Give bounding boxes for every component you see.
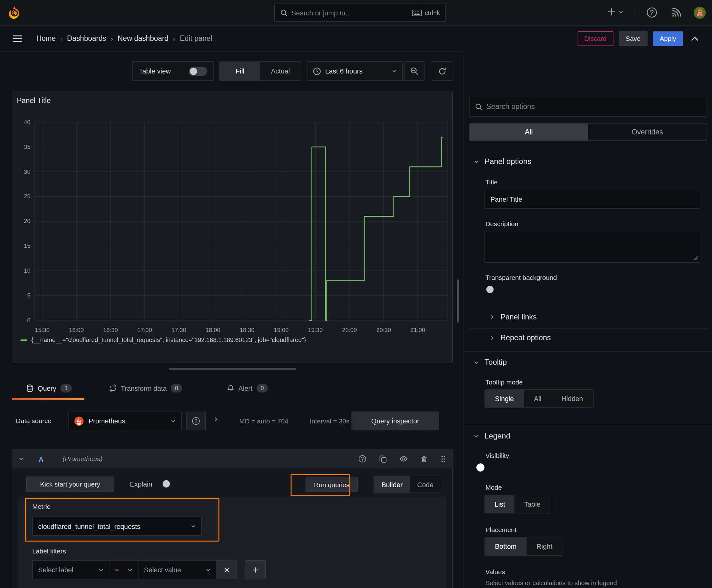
tab-query-label: Query: [38, 384, 56, 392]
vertical-scrollbar[interactable]: [457, 279, 459, 322]
tooltip-hidden-option[interactable]: Hidden: [552, 390, 593, 407]
datasource-select[interactable]: Prometheus: [68, 412, 182, 430]
panel-title[interactable]: Panel Title: [17, 97, 51, 105]
tab-alert[interactable]: Alert 0: [227, 377, 268, 400]
horizontal-scrollbar[interactable]: [169, 368, 296, 370]
metric-value: cloudflared_tunnel_total_requests: [38, 522, 140, 530]
zoom-out-button[interactable]: [404, 61, 425, 81]
tooltip-all-option[interactable]: All: [524, 390, 552, 407]
actual-option[interactable]: Actual: [260, 62, 301, 80]
placement-label: Placement: [486, 526, 516, 533]
breadcrumb-home[interactable]: Home: [37, 35, 56, 43]
placement-bottom-option[interactable]: Bottom: [485, 538, 526, 555]
hamburger-menu-icon[interactable]: [13, 35, 22, 42]
label-filter-operator-select[interactable]: =: [110, 560, 139, 579]
search-placeholder: Search or jump to...: [292, 9, 408, 17]
datasource-label: Data source: [16, 417, 51, 424]
time-range-picker[interactable]: Last 6 hours: [307, 61, 403, 81]
breadcrumb-bar: Home › Dashboards › New dashboard › Edit…: [0, 26, 712, 51]
chevron-right-icon: [490, 335, 495, 340]
grafana-logo-icon[interactable]: [7, 5, 22, 20]
table-view-toggle[interactable]: [189, 67, 207, 76]
legend-series-swatch[interactable]: [20, 339, 27, 341]
svg-text:20: 20: [24, 218, 30, 224]
panel-title-input[interactable]: [484, 190, 700, 209]
repeat-options-header[interactable]: Repeat options: [490, 334, 551, 342]
bell-icon: [227, 384, 234, 392]
datasource-help-button[interactable]: [186, 412, 206, 430]
global-search-input[interactable]: Search or jump to... ctrl+k: [274, 4, 446, 22]
topnav-divider: [634, 7, 634, 19]
panel-links-header[interactable]: Panel links: [490, 313, 537, 321]
svg-text:17:30: 17:30: [171, 327, 186, 333]
add-filter-button[interactable]: [245, 560, 266, 579]
legend-header[interactable]: Legend: [474, 432, 511, 441]
resize-handle-icon[interactable]: [693, 256, 698, 260]
transparent-background-label: Transparent background: [486, 274, 557, 281]
chevron-down-icon[interactable]: [19, 456, 24, 461]
clock-icon: [313, 67, 321, 75]
tab-overrides[interactable]: Overrides: [588, 123, 707, 141]
label-filter-label-select[interactable]: Select label: [33, 560, 110, 579]
breadcrumb-dashboards[interactable]: Dashboards: [67, 35, 106, 43]
query-row-header[interactable]: A (Prometheus): [12, 449, 452, 469]
breadcrumb-edit-panel: Edit panel: [180, 35, 212, 43]
metric-select[interactable]: cloudflared_tunnel_total_requests: [33, 517, 202, 536]
svg-text:20:00: 20:00: [342, 327, 357, 333]
search-options-input[interactable]: Search options: [469, 97, 707, 117]
query-help-icon[interactable]: [358, 455, 366, 463]
builder-option[interactable]: Builder: [374, 476, 410, 492]
drag-handle-icon[interactable]: [440, 455, 446, 463]
delete-query-trash-icon[interactable]: [420, 455, 428, 463]
panel-options-pane: Search options All Overrides Panel optio…: [463, 51, 712, 588]
select-value-placeholder: Select value: [144, 566, 181, 574]
discard-button[interactable]: Discard: [577, 31, 613, 46]
tab-query[interactable]: Query 1: [26, 377, 71, 400]
select-label-placeholder: Select label: [38, 566, 73, 574]
save-button[interactable]: Save: [619, 31, 647, 46]
remove-filter-button[interactable]: [217, 560, 237, 579]
query-inspector-button[interactable]: Query inspector: [352, 412, 439, 430]
tooltip-single-option[interactable]: Single: [485, 390, 524, 407]
svg-text:19:00: 19:00: [274, 327, 288, 333]
legend-placement-segmented: Bottom Right: [484, 537, 563, 555]
breadcrumb-separator: ›: [60, 35, 63, 43]
expand-stats-icon[interactable]: [214, 417, 219, 422]
chevron-down-icon: [99, 567, 104, 572]
refresh-button[interactable]: [432, 61, 452, 81]
apply-button[interactable]: Apply: [653, 31, 683, 46]
tooltip-header[interactable]: Tooltip: [474, 358, 507, 367]
panel-preview-card: Panel Title 051015202530354015:3016:0016…: [12, 91, 453, 362]
breadcrumb-new-dashboard[interactable]: New dashboard: [118, 35, 169, 43]
search-icon: [280, 9, 288, 17]
svg-text:15: 15: [24, 243, 30, 249]
chevron-down-icon: [474, 434, 479, 439]
chart-svg[interactable]: 051015202530354015:3016:0016:3017:0017:3…: [12, 110, 452, 337]
duplicate-query-icon[interactable]: [379, 455, 387, 463]
kick-start-query-button[interactable]: Kick start your query: [26, 477, 114, 492]
collapse-header-icon[interactable]: [691, 37, 698, 41]
svg-text:35: 35: [24, 144, 30, 150]
tab-all[interactable]: All: [470, 123, 588, 141]
database-icon: [26, 384, 34, 392]
mode-table-option[interactable]: Table: [515, 495, 550, 513]
svg-text:15:30: 15:30: [35, 327, 50, 333]
help-icon[interactable]: [646, 7, 657, 18]
plus-icon: [252, 566, 259, 573]
query-ref-id: A: [39, 455, 44, 463]
description-textarea[interactable]: [484, 232, 700, 262]
hide-response-eye-icon[interactable]: [400, 455, 408, 463]
run-queries-button[interactable]: Run queries: [305, 478, 358, 491]
placement-right-option[interactable]: Right: [526, 538, 562, 555]
label-filter-value-select[interactable]: Select value: [138, 560, 217, 579]
news-rss-icon[interactable]: [671, 7, 682, 18]
new-menu-button[interactable]: [607, 7, 624, 16]
mode-list-option[interactable]: List: [485, 495, 515, 513]
tab-transform-data[interactable]: Transform data 0: [109, 377, 182, 400]
legend-series-label[interactable]: {__name__="cloudflared_tunnel_total_requ…: [31, 337, 306, 344]
code-option[interactable]: Code: [410, 476, 441, 492]
fill-option[interactable]: Fill: [220, 62, 260, 80]
label-filters-label: Label filters: [33, 547, 66, 555]
panel-options-header[interactable]: Panel options: [474, 157, 532, 166]
user-avatar[interactable]: [693, 6, 706, 19]
